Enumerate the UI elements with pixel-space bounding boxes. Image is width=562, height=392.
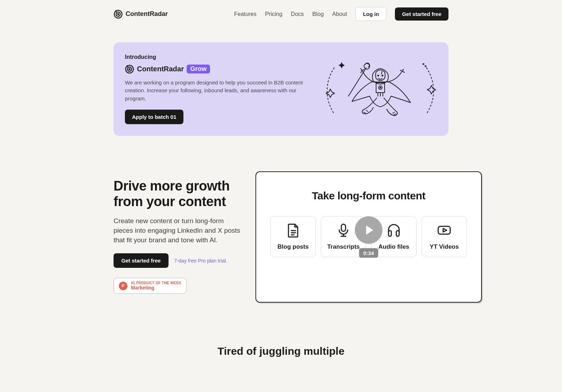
video-title: Take long-form content xyxy=(270,190,467,202)
get-started-button[interactable]: Get started free xyxy=(395,7,448,21)
video-duration: 0:34 xyxy=(359,248,378,258)
svg-point-11 xyxy=(380,87,381,88)
nav-features[interactable]: Features xyxy=(234,11,257,17)
video-card[interactable]: Take long-form content Blog xyxy=(255,171,482,303)
banner-content: Introducing ContentRadar Grow We are wor… xyxy=(125,54,312,125)
banner-illustration xyxy=(324,54,437,125)
grow-banner: Introducing ContentRadar Grow We are wor… xyxy=(114,42,448,136)
hero-get-started-button[interactable]: Get started free xyxy=(114,253,169,268)
radar-icon xyxy=(125,65,134,74)
hero-cta-row: Get started free 7-day free Pro plan tri… xyxy=(114,253,241,268)
svg-point-2 xyxy=(118,13,119,15)
banner-brand: ContentRadar xyxy=(137,65,184,73)
content-type-label: YT Videos xyxy=(430,243,459,250)
hero-video: Take long-form content Blog xyxy=(255,171,482,303)
teaser-section: Tired of juggling multiple xyxy=(114,345,448,357)
trial-text: 7-day free Pro plan trial. xyxy=(174,258,227,264)
apply-button[interactable]: Apply to batch 01 xyxy=(125,110,183,124)
hero-description: Create new content or turn long-form pie… xyxy=(114,216,241,245)
content-type-label: Blog posts xyxy=(277,243,309,250)
banner-logo-row: ContentRadar Grow xyxy=(125,65,312,74)
grow-badge: Grow xyxy=(187,65,210,73)
teaser-title: Tired of juggling multiple xyxy=(114,345,448,357)
header: ContentRadar Features Pricing Docs Blog … xyxy=(114,0,448,28)
document-icon xyxy=(286,223,301,238)
video-icon xyxy=(437,223,452,238)
content-type-yt: YT Videos xyxy=(422,216,467,257)
radar-icon xyxy=(114,10,123,19)
svg-point-5 xyxy=(129,68,130,70)
logo-text: ContentRadar xyxy=(126,10,168,18)
svg-point-8 xyxy=(378,75,379,76)
ph-line1: #1 PRODUCT OF THE WEEK xyxy=(131,281,181,285)
nav-pricing[interactable]: Pricing xyxy=(265,11,282,17)
play-overlay: 0:34 xyxy=(355,216,382,258)
banner-intro: Introducing xyxy=(125,54,312,60)
banner-description: We are working on a program designed to … xyxy=(125,79,312,103)
nav-blog[interactable]: Blog xyxy=(312,11,324,17)
play-button[interactable] xyxy=(355,216,382,244)
primary-nav: Features Pricing Docs Blog About Log in … xyxy=(234,7,448,21)
play-icon xyxy=(366,226,373,235)
product-hunt-text: #1 PRODUCT OF THE WEEK Marketing xyxy=(131,281,181,291)
content-type-label: Audio files xyxy=(379,243,409,250)
login-button[interactable]: Log in xyxy=(356,7,386,21)
svg-rect-18 xyxy=(438,226,450,234)
logo[interactable]: ContentRadar xyxy=(114,10,168,19)
nav-docs[interactable]: Docs xyxy=(291,11,304,17)
product-hunt-icon: P xyxy=(119,282,127,290)
svg-point-9 xyxy=(382,75,383,76)
headphones-icon xyxy=(386,223,401,238)
svg-line-6 xyxy=(348,68,366,96)
hero-text: Drive more growth from your content Crea… xyxy=(114,171,241,294)
svg-rect-15 xyxy=(341,224,346,231)
microphone-icon xyxy=(336,223,351,238)
nav-about[interactable]: About xyxy=(332,11,347,17)
ph-line2: Marketing xyxy=(131,285,181,291)
hero-title: Drive more growth from your content xyxy=(114,178,241,209)
content-type-blog: Blog posts xyxy=(270,216,316,257)
product-hunt-badge[interactable]: P #1 PRODUCT OF THE WEEK Marketing xyxy=(114,278,187,294)
hero-section: Drive more growth from your content Crea… xyxy=(114,171,448,303)
